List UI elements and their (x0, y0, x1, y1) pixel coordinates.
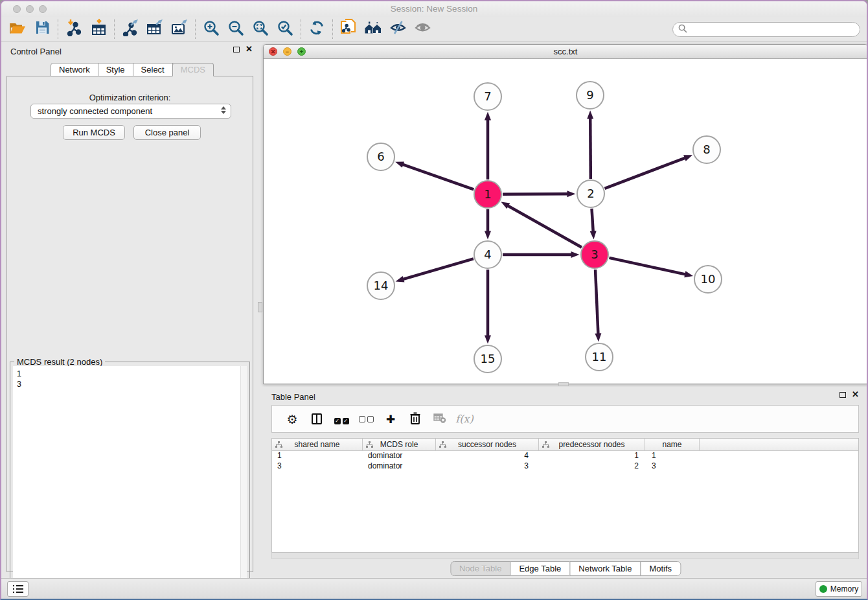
search-input[interactable] (691, 25, 854, 34)
export-table-button[interactable] (143, 19, 167, 40)
graph-node-label: 15 (481, 352, 496, 365)
main-toolbar (1, 17, 867, 41)
mcds-result-text: 1 3 (13, 366, 247, 392)
table-cell[interactable]: dominator (363, 451, 436, 461)
zoom-selected-button[interactable] (273, 19, 297, 40)
table-cell[interactable]: 2 (539, 461, 645, 472)
unselect-all-columns-button[interactable] (354, 408, 378, 430)
table-options-button[interactable]: ⚙ (280, 408, 304, 430)
zoom-fit-button[interactable] (248, 19, 273, 40)
close-panel-button[interactable]: Close panel (133, 125, 201, 140)
mac-minimize-button[interactable] (26, 5, 34, 13)
graph-edge-2-8[interactable] (605, 158, 685, 189)
tab-mcds[interactable]: MCDS (172, 63, 214, 76)
graph-edge-4-14[interactable] (404, 259, 474, 279)
network-zoom-button[interactable]: + (297, 47, 306, 56)
columns-icon (312, 413, 322, 424)
tab-network[interactable]: Network (51, 63, 98, 76)
app-window: Session: New Session (0, 0, 868, 600)
import-network-button[interactable] (62, 19, 86, 40)
zoom-out-button[interactable] (223, 19, 248, 40)
memory-button[interactable]: Memory (816, 581, 862, 597)
tab-select[interactable]: Select (133, 63, 173, 76)
table-cell[interactable]: dominator (363, 461, 436, 472)
first-neighbors-button[interactable] (361, 19, 385, 40)
zoom-in-button[interactable] (199, 19, 223, 40)
create-column-button[interactable]: ✚ (378, 408, 403, 430)
column-header-shared-name[interactable]: shared name (272, 439, 363, 450)
graph-edge-1-2[interactable] (503, 194, 567, 194)
optimization-criterion-dropdown[interactable]: strongly connected component (30, 104, 231, 119)
tab-motifs[interactable]: Motifs (640, 561, 681, 576)
run-mcds-button[interactable]: Run MCDS (63, 125, 125, 140)
zoom-fit-icon (252, 19, 269, 39)
table-horizontal-scrollbar[interactable] (271, 553, 859, 559)
close-panel-icon[interactable]: ✕ (246, 46, 253, 52)
table-cell[interactable]: 1 (539, 451, 645, 461)
float-table-panel-icon[interactable] (839, 392, 846, 398)
export-network-button[interactable] (118, 19, 143, 40)
new-network-from-selection-button[interactable] (336, 19, 361, 40)
toolbar-separator (332, 19, 333, 39)
tab-node-table[interactable]: Node Table (450, 561, 511, 576)
status-console-button[interactable] (7, 581, 29, 597)
network-window-titlebar[interactable]: ✕ − + scc.txt (264, 45, 867, 59)
table-header-row: shared name MCDS role successor nodes pr… (272, 439, 858, 451)
column-header-predecessor-nodes[interactable]: predecessor nodes (539, 439, 645, 450)
column-tree-icon (275, 441, 282, 450)
select-all-columns-button[interactable]: ✓✓ (329, 408, 354, 430)
horizontal-splitter-handle[interactable] (558, 382, 569, 386)
table-row[interactable]: 3dominator323 (272, 461, 858, 472)
network-from-selection-icon (339, 19, 358, 40)
graph-edge-1-6[interactable] (403, 165, 474, 189)
network-graph[interactable]: 7968124314101511 (264, 59, 867, 384)
trash-icon (408, 411, 422, 428)
optimization-criterion-label: Optimization criterion: (7, 93, 253, 102)
graph-node-label: 11 (592, 350, 607, 363)
mac-close-button[interactable] (13, 5, 21, 13)
table-cell[interactable]: 3 (645, 461, 700, 472)
show-all-button[interactable] (410, 19, 435, 40)
result-scrollbar[interactable] (240, 366, 247, 598)
network-canvas[interactable]: 7968124314101511 (264, 59, 867, 384)
tab-edge-table[interactable]: Edge Table (510, 561, 570, 576)
delete-columns-button[interactable] (403, 408, 428, 430)
network-minimize-button[interactable]: − (283, 47, 291, 56)
graph-edge-3-10[interactable] (609, 258, 685, 274)
show-column-button[interactable] (304, 408, 329, 430)
table-cell[interactable]: 1 (272, 451, 363, 461)
column-header-mcds-role[interactable]: MCDS role (363, 439, 436, 450)
column-header-successor-nodes[interactable]: successor nodes (436, 439, 539, 450)
refresh-icon (308, 19, 325, 39)
vertical-splitter-handle[interactable] (258, 302, 262, 312)
table-cell[interactable]: 3 (436, 461, 539, 472)
float-panel-icon[interactable] (233, 47, 240, 52)
open-file-button[interactable] (5, 19, 30, 40)
save-session-button[interactable] (30, 19, 54, 40)
graph-edge-3-1[interactable] (508, 206, 582, 248)
import-table-button[interactable] (86, 19, 111, 40)
tab-network-table[interactable]: Network Table (569, 561, 641, 576)
mcds-result-area[interactable]: 1 3 (13, 366, 247, 598)
close-table-panel-icon[interactable]: ✕ (852, 391, 859, 398)
graph-edge-3-11[interactable] (595, 270, 598, 334)
column-tree-icon (439, 441, 446, 450)
graph-edge-2-9[interactable] (590, 119, 591, 179)
network-close-button[interactable]: ✕ (269, 47, 277, 56)
delete-table-button[interactable] (428, 408, 452, 430)
export-image-button[interactable] (167, 19, 192, 40)
function-builder-button[interactable]: f(x) (452, 408, 477, 430)
table-cell[interactable]: 4 (436, 451, 539, 461)
hide-selected-button[interactable] (385, 19, 410, 40)
graph-edge-2-3[interactable] (591, 209, 593, 231)
network-view-window: ✕ − + scc.txt 7968124314101511 (263, 44, 868, 384)
apply-layout-button[interactable] (304, 19, 329, 40)
mac-zoom-button[interactable] (39, 5, 47, 13)
eye-slash-icon (389, 19, 407, 38)
table-cell[interactable]: 3 (272, 461, 363, 472)
gear-icon: ⚙ (286, 412, 297, 426)
table-cell[interactable]: 1 (645, 451, 700, 461)
table-row[interactable]: 1dominator411 (272, 451, 858, 461)
column-header-name[interactable]: name (645, 439, 700, 450)
tab-style[interactable]: Style (98, 63, 133, 76)
